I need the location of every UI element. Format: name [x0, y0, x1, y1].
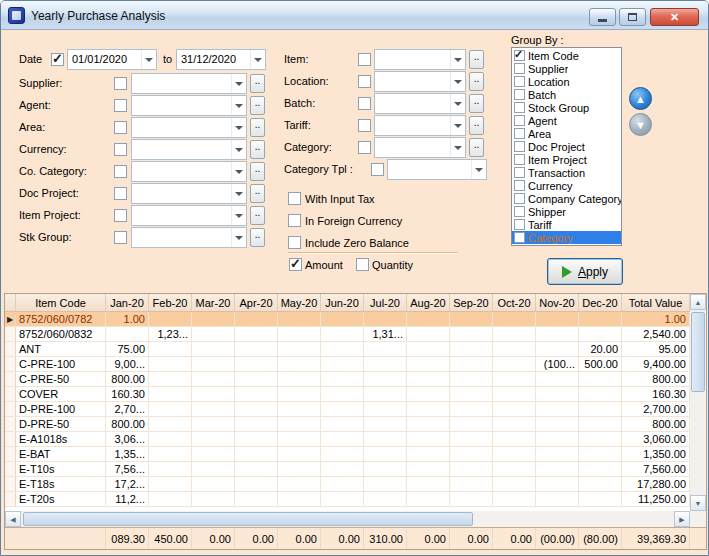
column-header-jan-20[interactable]: Jan-20 [106, 294, 149, 311]
minimize-button[interactable] [589, 8, 616, 26]
value-cell[interactable] [149, 402, 192, 416]
value-cell[interactable] [407, 402, 450, 416]
item-code-cell[interactable]: 8752/060/0782 [16, 312, 106, 326]
column-header-sep-20[interactable]: Sep-20 [450, 294, 493, 311]
filter-checkbox-tariff[interactable] [358, 119, 371, 132]
value-cell[interactable] [493, 462, 536, 476]
date-to-combo[interactable]: 31/12/2020 [176, 49, 266, 70]
total-value-cell[interactable]: 95.00 [622, 342, 690, 356]
value-cell[interactable] [278, 387, 321, 401]
value-cell[interactable]: 7,56... [106, 462, 149, 476]
column-header-oct-20[interactable]: Oct-20 [493, 294, 536, 311]
column-header-may-20[interactable]: May-20 [278, 294, 321, 311]
group-checkbox-company-category[interactable] [514, 193, 525, 204]
column-header-total-value[interactable]: Total Value [622, 294, 690, 311]
vertical-scroll-thumb[interactable] [691, 312, 705, 392]
filter-combo-item[interactable] [374, 49, 466, 70]
date-checkbox[interactable] [51, 53, 64, 66]
group-by-item-tariff[interactable]: Tariff [512, 218, 621, 231]
total-value-cell[interactable]: 1,350.00 [622, 447, 690, 461]
value-cell[interactable]: 800.00 [106, 417, 149, 431]
value-cell[interactable] [536, 387, 579, 401]
filter-combo-category-tpl[interactable] [387, 159, 487, 180]
value-cell[interactable] [364, 477, 407, 491]
value-cell[interactable] [278, 432, 321, 446]
value-cell[interactable] [493, 327, 536, 341]
value-cell[interactable] [450, 462, 493, 476]
value-cell[interactable] [493, 372, 536, 386]
value-cell[interactable] [235, 417, 278, 431]
value-cell[interactable] [579, 447, 622, 461]
value-cell[interactable] [321, 417, 364, 431]
browse-button-co-category[interactable]: .. [250, 162, 265, 181]
column-header-item-code[interactable]: Item Code [16, 294, 106, 311]
browse-button-item[interactable]: .. [469, 50, 484, 69]
column-header-jun-20[interactable]: Jun-20 [321, 294, 364, 311]
value-cell[interactable] [450, 387, 493, 401]
checkbox-in-foreign-currency[interactable] [288, 214, 301, 227]
filter-checkbox-currency[interactable] [114, 143, 127, 156]
value-cell[interactable] [493, 477, 536, 491]
filter-checkbox-category-tpl[interactable] [371, 163, 384, 176]
group-by-item-area[interactable]: Area [512, 127, 621, 140]
value-cell[interactable]: 75.00 [106, 342, 149, 356]
value-cell[interactable] [450, 402, 493, 416]
value-cell[interactable] [493, 492, 536, 506]
filter-combo-tariff[interactable] [374, 115, 466, 136]
value-cell[interactable] [278, 477, 321, 491]
value-cell[interactable] [536, 447, 579, 461]
group-by-list[interactable]: Item CodeSupplierLocationBatchStock Grou… [511, 47, 622, 246]
group-by-item-supplier[interactable]: Supplier [512, 62, 621, 75]
value-cell[interactable] [149, 312, 192, 326]
value-cell[interactable] [321, 327, 364, 341]
item-code-cell[interactable]: C-PRE-100 [16, 357, 106, 371]
item-code-cell[interactable]: ANT [16, 342, 106, 356]
column-header-aug-20[interactable]: Aug-20 [407, 294, 450, 311]
value-cell[interactable]: 9,00... [106, 357, 149, 371]
value-cell[interactable] [278, 327, 321, 341]
value-cell[interactable] [450, 357, 493, 371]
value-cell[interactable]: 1,35... [106, 447, 149, 461]
value-cell[interactable] [493, 432, 536, 446]
value-cell[interactable] [364, 342, 407, 356]
filter-combo-item-project[interactable] [131, 205, 247, 226]
value-cell[interactable] [235, 387, 278, 401]
item-code-cell[interactable]: C-PRE-50 [16, 372, 106, 386]
value-cell[interactable] [192, 432, 235, 446]
value-cell[interactable] [364, 447, 407, 461]
value-cell[interactable] [192, 372, 235, 386]
value-cell[interactable] [321, 447, 364, 461]
table-row[interactable]: C-PRE-1009,00...(100...500.009,400.00 [5, 357, 690, 372]
value-cell[interactable] [450, 342, 493, 356]
value-cell[interactable] [235, 492, 278, 506]
filter-combo-area[interactable] [131, 117, 247, 138]
table-row[interactable]: E-T20s11,2...11,250.00 [5, 492, 690, 507]
value-cell[interactable] [278, 492, 321, 506]
value-cell[interactable] [407, 387, 450, 401]
move-up-button[interactable]: ▲ [629, 87, 652, 110]
value-cell[interactable] [149, 432, 192, 446]
value-cell[interactable] [149, 477, 192, 491]
value-cell[interactable]: 1.00 [106, 312, 149, 326]
value-cell[interactable] [321, 387, 364, 401]
scroll-left-button[interactable]: ◀ [5, 511, 21, 527]
value-cell[interactable] [579, 327, 622, 341]
column-header-apr-20[interactable]: Apr-20 [235, 294, 278, 311]
group-by-item-transaction[interactable]: Transaction [512, 166, 621, 179]
table-row[interactable]: D-PRE-1002,70...2,700.00 [5, 402, 690, 417]
value-cell[interactable] [536, 342, 579, 356]
group-checkbox-currency[interactable] [514, 180, 525, 191]
value-cell[interactable] [579, 387, 622, 401]
group-checkbox-category[interactable] [514, 232, 525, 243]
value-cell[interactable] [321, 372, 364, 386]
value-cell[interactable]: 160.30 [106, 387, 149, 401]
value-cell[interactable] [493, 417, 536, 431]
browse-button-area[interactable]: .. [250, 118, 265, 137]
value-cell[interactable]: 500.00 [579, 357, 622, 371]
column-header-mar-20[interactable]: Mar-20 [192, 294, 235, 311]
value-cell[interactable] [235, 327, 278, 341]
value-cell[interactable] [407, 312, 450, 326]
total-value-cell[interactable]: 9,400.00 [622, 357, 690, 371]
value-cell[interactable] [192, 312, 235, 326]
value-cell[interactable] [407, 432, 450, 446]
